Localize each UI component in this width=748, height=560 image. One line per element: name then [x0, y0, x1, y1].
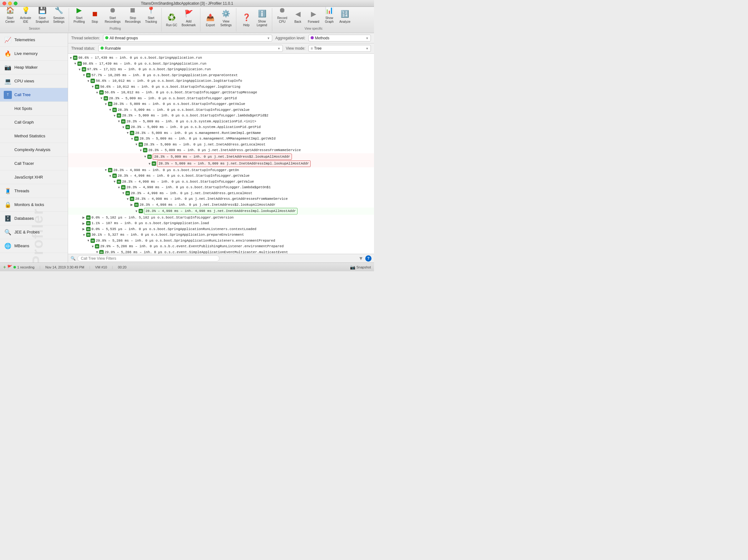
- table-row[interactable]: ▼ m 56.6% – 10,012 ms – inh. 0 µs o.s.bo…: [68, 90, 374, 95]
- sidebar-item-call-tracer[interactable]: Call Tracer: [0, 157, 68, 170]
- activate-ide-button[interactable]: 💡 ActivateIDE: [18, 4, 33, 25]
- table-row[interactable]: ▼ m 98.6% – 17,439 ms – inh. 0 µs o.s.bo…: [68, 61, 374, 67]
- start-tracking-button[interactable]: 📍 StartTracking: [143, 4, 159, 25]
- sidebar-item-javascript-xhr[interactable]: JavaScript XHR: [0, 170, 68, 184]
- tree-toggle[interactable]: ▼: [96, 250, 99, 254]
- table-row[interactable]: ▼ m 28.3% – 5,009 ms – inh. 0 µs o.s.boo…: [68, 113, 374, 119]
- sidebar-item-hot-spots[interactable]: Hot Spots: [0, 102, 68, 116]
- thread-selection-dropdown[interactable]: All thread groups ▼: [103, 34, 272, 42]
- save-snapshot-button[interactable]: 💾 SaveSnapshot: [34, 4, 51, 25]
- tree-toggle[interactable]: ▼: [131, 136, 134, 141]
- sidebar-item-jee-probes[interactable]: 🔍 JEE & Probes: [0, 225, 68, 239]
- tree-toggle[interactable]: ▼: [104, 168, 108, 172]
- sidebar-item-call-graph[interactable]: Call Graph: [0, 116, 68, 129]
- record-cpu-button[interactable]: ⏺ RecordCPU: [275, 4, 290, 25]
- tree-toggle[interactable]: ▼: [122, 125, 125, 130]
- table-row[interactable]: ▼ m 28.3% – 4,998 ms – inh. 0 µs o.s.boo…: [68, 173, 374, 179]
- tree-toggle[interactable]: ▼: [96, 90, 99, 95]
- table-row[interactable]: ▼ m 28.3% – 4,998 ms – inh. 0 µs o.s.boo…: [68, 185, 374, 190]
- table-row[interactable]: ▼ m 28.3% – 4,998 ms – inh. 0 µs o.s.boo…: [68, 179, 374, 185]
- back-button[interactable]: ◀ Back: [290, 8, 305, 25]
- tree-toggle[interactable]: ▼: [139, 148, 143, 153]
- tree-toggle[interactable]: ▼: [87, 238, 91, 243]
- sidebar-item-databases[interactable]: 🗄️ Databases: [0, 212, 68, 225]
- table-row[interactable]: ▼ m 29.9% – 5,286 ms – inh. 0 µs o.s.boo…: [68, 238, 374, 244]
- tree-toggle[interactable]: ▼: [126, 197, 130, 201]
- table-row[interactable]: ▼ m 98.6% – 17,439 ms – inh. 0 µs o.s.bo…: [68, 55, 374, 61]
- session-settings-button[interactable]: 🔧 SessionSettings: [51, 4, 66, 25]
- view-mode-dropdown[interactable]: ≡Tree ▼: [308, 45, 371, 52]
- minimize-button[interactable]: [8, 2, 12, 5]
- close-button[interactable]: [2, 2, 6, 5]
- filter-help-button[interactable]: ?: [365, 255, 372, 262]
- start-center-button[interactable]: 🏠 StartCenter: [2, 4, 18, 25]
- tree-toggle[interactable]: ▼: [83, 233, 86, 237]
- table-row[interactable]: ▼ m 29.9% – 5,286 ms – inh. 0 µs o.s.c.e…: [68, 250, 374, 254]
- table-row[interactable]: ▼ m 56.6% – 10,012 ms – inh. 0 µs o.s.bo…: [68, 84, 374, 90]
- tree-toggle[interactable]: ▼: [91, 84, 95, 89]
- tree-toggle[interactable]: ▼: [109, 173, 112, 178]
- tree-toggle[interactable]: ▼: [117, 119, 121, 124]
- call-tree-filter-input[interactable]: [77, 255, 219, 262]
- analyze-button[interactable]: 🔢 Analyze: [337, 8, 352, 25]
- tree-toggle[interactable]: ▼: [122, 191, 125, 195]
- tree-toggle[interactable]: ▼: [74, 61, 77, 66]
- sidebar-item-heap-walker[interactable]: 📷 Heap Walker: [0, 61, 68, 74]
- tree-toggle[interactable]: ▼: [100, 96, 104, 100]
- tree-toggle[interactable]: ▶: [131, 202, 134, 207]
- table-row[interactable]: ▼ m 28.3% – 4,998 ms – inh. 0 µs j.net.I…: [68, 190, 374, 196]
- sidebar-item-call-tree[interactable]: T Call Tree: [0, 88, 68, 102]
- table-row[interactable]: ▼ m 28.3% – 5,009 ms – inh. 5,009 ms j.n…: [68, 160, 374, 167]
- sidebar-item-mbeans[interactable]: 🌐 MBeans: [0, 239, 68, 253]
- table-row[interactable]: ▼ m 28.3% – 5,009 ms – inh. 0 µs j.net.I…: [68, 153, 374, 160]
- tree-toggle[interactable]: ▶: [83, 215, 86, 220]
- sidebar-item-threads[interactable]: 🧵 Threads: [0, 184, 68, 198]
- tree-toggle[interactable]: ▼: [83, 73, 86, 77]
- tree-toggle[interactable]: ▶: [83, 227, 86, 231]
- table-row[interactable]: ▶ m 0.0% – 5,182 µs – inh. 5,182 µs o.s.…: [68, 215, 374, 221]
- table-row[interactable]: ▼ m 97.9% – 17,321 ms – inh. 0 µs o.s.bo…: [68, 67, 374, 72]
- table-row[interactable]: ▼ m 28.3% – 4,998 ms – inh. 4,998 ms j.n…: [68, 208, 374, 215]
- table-row[interactable]: ▼ m 29.9% – 5,286 ms – inh. 0 µs o.s.b.c…: [68, 243, 374, 250]
- tree-toggle[interactable]: ▼: [126, 131, 130, 135]
- table-row[interactable]: ▼ m 28.3% – 5,009 ms – inh. 0 µs o.s.boo…: [68, 101, 374, 107]
- tree-toggle[interactable]: ▼: [113, 179, 117, 184]
- start-profiling-button[interactable]: ▶ StartProfiling: [71, 4, 87, 25]
- aggregation-dropdown[interactable]: Methods ▼: [308, 34, 371, 42]
- forward-button[interactable]: ▶ Forward: [306, 8, 321, 25]
- table-row[interactable]: ▶ m 28.3% – 4,998 ms – inh. 0 µs j.net.I…: [68, 202, 374, 208]
- start-recordings-button[interactable]: ⏺ StartRecordings: [103, 4, 123, 25]
- add-bookmark-button[interactable]: 🚩 AddBookmark: [180, 7, 197, 28]
- table-row[interactable]: ▼ m 56.6% – 10,012 ms – inh. 0 µs o.s.bo…: [68, 78, 374, 84]
- table-row[interactable]: ▼ m 57.7% – 10,205 ms – inh. 0 µs o.s.bo…: [68, 72, 374, 78]
- tree-toggle[interactable]: ▼: [135, 142, 139, 147]
- table-row[interactable]: ▼ m 28.3% – 5,009 ms – inh. 0 µs j.net.I…: [68, 147, 374, 153]
- tree-toggle[interactable]: ▼: [117, 185, 121, 190]
- table-row[interactable]: ▼ m 30.1% – 5,327 ms – inh. 0 µs o.s.boo…: [68, 232, 374, 238]
- show-legend-button[interactable]: ℹ️ ShowLegend: [254, 7, 270, 28]
- table-row[interactable]: ▼ m 28.3% – 5,009 ms – inh. 0 µs o.s.boo…: [68, 95, 374, 101]
- sidebar-item-cpu-views[interactable]: 💻 CPU views: [0, 74, 68, 88]
- tree-toggle[interactable]: ▼: [78, 67, 82, 72]
- tree-toggle[interactable]: ▼: [113, 113, 117, 118]
- stop-button[interactable]: ⏹ Stop: [87, 8, 102, 25]
- sidebar-item-live-memory[interactable]: 🔥 Live memory: [0, 47, 68, 61]
- sidebar-item-telemetries[interactable]: 📈 Telemetries: [0, 33, 68, 47]
- table-row[interactable]: ▼ m 28.3% – 5,009 ms – inh. 0 µs s.manag…: [68, 136, 374, 142]
- table-row[interactable]: ▼ m 28.3% – 4,998 ms – inh. 0 µs j.net.I…: [68, 196, 374, 202]
- sidebar-item-monitors-locks[interactable]: 🔒 Monitors & locks: [0, 198, 68, 212]
- table-row[interactable]: ▼ m 28.3% – 5,009 ms – inh. 0 µs s.manag…: [68, 130, 374, 136]
- table-row[interactable]: ▼ m 28.3% – 5,009 ms – inh. 0 µs o.s.b.s…: [68, 124, 374, 130]
- table-row[interactable]: ▼ m 28.3% – 4,998 ms – inh. 0 µs o.s.boo…: [68, 167, 374, 173]
- sidebar-item-complexity-analysis[interactable]: Complexity Analysis: [0, 143, 68, 157]
- export-button[interactable]: 📤 Export: [203, 11, 218, 28]
- view-settings-button[interactable]: ⚙️ ViewSettings: [218, 7, 234, 28]
- show-graph-button[interactable]: 📊 ShowGraph: [322, 4, 337, 25]
- tree-toggle[interactable]: ▼: [104, 102, 108, 107]
- tree-toggle[interactable]: ▼: [148, 161, 152, 166]
- stop-recordings-button[interactable]: ⏹ StopRecordings: [123, 4, 143, 25]
- table-row[interactable]: ▼ m 28.3% – 5,009 ms – inh. 0 µs o.s.boo…: [68, 107, 374, 113]
- tree-toggle[interactable]: ▼: [109, 108, 112, 112]
- table-row[interactable]: ▼ m 28.3% – 5,009 ms – inh. 0 µs o.s.b.s…: [68, 119, 374, 124]
- tree-toggle[interactable]: ▶: [83, 221, 86, 226]
